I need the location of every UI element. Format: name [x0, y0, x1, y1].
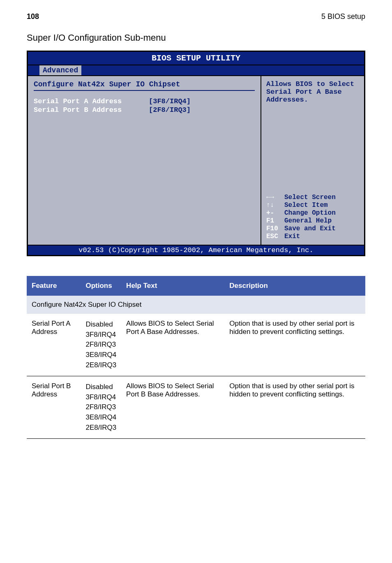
bios-setting-value: [3F8/IRQ4] — [149, 97, 191, 105]
bios-setting-row: Serial Port A Address[3F8/IRQ4] — [34, 97, 255, 105]
cell-desc: Option that is used by other serial port… — [224, 376, 365, 439]
table-row: Serial Port A AddressDisabled3F8/IRQ42F8… — [27, 314, 365, 376]
option-value: Disabled — [85, 320, 116, 330]
option-value: 3F8/IRQ4 — [85, 330, 116, 340]
table-subheading: Configure Nat42x Super IO Chipset — [27, 296, 365, 314]
page-number: 108 — [27, 12, 39, 21]
bios-key-action: General Help — [284, 217, 332, 225]
bios-title: BIOS SETUP UTILITY — [28, 52, 364, 65]
bios-help-text: Allows BIOS to Select Serial Port A Base… — [266, 80, 359, 104]
feature-table: Feature Options Help Text Description Co… — [27, 276, 365, 439]
cell-options: Disabled3F8/IRQ42F8/IRQ33E8/IRQ42E8/IRQ3 — [81, 314, 121, 376]
th-help: Help Text — [121, 276, 224, 296]
bios-key-row: ↑↓Select Item — [266, 202, 359, 209]
option-value: 3E8/IRQ4 — [85, 350, 116, 360]
th-desc: Description — [224, 276, 365, 296]
bios-left-panel: Configure Nat42x Super IO Chipset Serial… — [28, 76, 261, 245]
bios-help-panel: Allows BIOS to Select Serial Port A Base… — [261, 76, 364, 245]
cell-help: Allows BIOS to Select Serial Port A Base… — [121, 314, 224, 376]
option-value: 2F8/IRQ3 — [85, 402, 116, 412]
bios-tab-advanced: Advanced — [39, 65, 81, 75]
bios-setting-row: Serial Port B Address[2F8/IRQ3] — [34, 106, 255, 114]
bios-key-action: Change Option — [284, 209, 336, 217]
bios-setting-value: [2F8/IRQ3] — [149, 106, 191, 114]
option-value: 2E8/IRQ3 — [85, 360, 116, 371]
bios-key-action: Exit — [284, 233, 300, 240]
bios-left-heading: Configure Nat42x Super IO Chipset — [34, 80, 255, 91]
bios-key-action: Select Screen — [284, 194, 336, 201]
option-value: 2F8/IRQ3 — [85, 340, 116, 350]
bios-setting-label: Serial Port A Address — [34, 97, 149, 105]
cell-feature: Serial Port A Address — [27, 314, 81, 376]
cell-desc: Option that is used by other serial port… — [224, 314, 365, 376]
section-title: Super I/O Configuration Sub-menu — [27, 32, 365, 43]
bios-key: F10 — [266, 225, 284, 232]
bios-key-row: F10Save and Exit — [266, 225, 359, 232]
bios-key-row: +-Change Option — [266, 209, 359, 217]
bios-key-row: F1General Help — [266, 217, 359, 225]
option-value: 3F8/IRQ4 — [85, 392, 116, 403]
bios-tab-row: Advanced — [28, 65, 364, 76]
chapter-label: 5 BIOS setup — [321, 12, 365, 21]
bios-key: +- — [266, 209, 284, 217]
th-options: Options — [81, 276, 121, 296]
bios-key-row: ←→Select Screen — [266, 194, 359, 201]
option-value: 2E8/IRQ3 — [85, 423, 116, 433]
bios-key: ↑↓ — [266, 202, 284, 209]
table-row: Serial Port B AddressDisabled3F8/IRQ42F8… — [27, 376, 365, 439]
bios-key-row: ESCExit — [266, 233, 359, 240]
bios-key: ESC — [266, 233, 284, 240]
bios-setting-label: Serial Port B Address — [34, 106, 149, 114]
cell-feature: Serial Port B Address — [27, 376, 81, 439]
th-feature: Feature — [27, 276, 81, 296]
bios-key-action: Select Item — [284, 202, 328, 209]
option-value: 3E8/IRQ4 — [85, 412, 116, 423]
bios-key-action: Save and Exit — [284, 225, 336, 232]
bios-key-legend: ←→Select Screen↑↓Select Item+-Change Opt… — [266, 194, 359, 241]
bios-footer: v02.53 (C)Copyright 1985-2002, American … — [28, 245, 364, 255]
bios-screenshot: BIOS SETUP UTILITY Advanced Configure Na… — [27, 51, 365, 256]
bios-key: F1 — [266, 217, 284, 225]
bios-key: ←→ — [266, 194, 284, 201]
cell-options: Disabled3F8/IRQ42F8/IRQ33E8/IRQ42E8/IRQ3 — [81, 376, 121, 439]
cell-help: Allows BIOS to Select Serial Port B Base… — [121, 376, 224, 439]
option-value: Disabled — [85, 382, 116, 392]
